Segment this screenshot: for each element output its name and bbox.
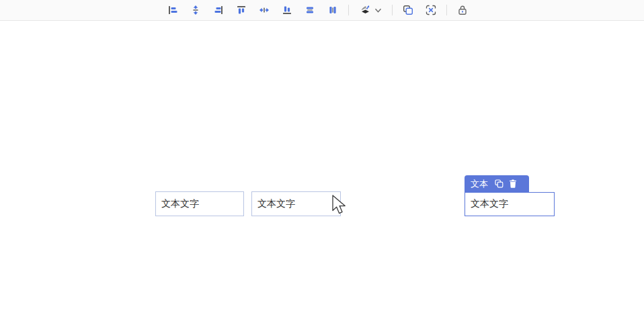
text-input-value: 文本文字 xyxy=(257,198,295,210)
duplicate-icon xyxy=(403,5,413,15)
designer-toolbar xyxy=(0,0,644,21)
text-input-value: 文本文字 xyxy=(161,198,199,210)
align-vertical-center-icon xyxy=(191,5,200,15)
form-designer-canvas: 文本文字 文本文字 文本 文本文字 xyxy=(0,0,644,323)
duplicate-button[interactable] xyxy=(397,1,419,19)
align-vertical-center-button[interactable] xyxy=(184,1,207,19)
clear-selection-icon xyxy=(426,5,436,15)
align-horizontal-center-icon xyxy=(259,5,269,15)
selection-tag-label: 文本 xyxy=(471,178,488,190)
align-right-button[interactable] xyxy=(207,1,230,19)
text-input-widget[interactable]: 文本文字 xyxy=(251,191,341,216)
align-top-icon xyxy=(237,5,246,15)
trash-icon xyxy=(509,179,517,188)
distribute-vertical-spacing-button[interactable] xyxy=(298,1,321,19)
copy-widget-button[interactable] xyxy=(494,179,504,189)
chevron-down-icon xyxy=(374,7,382,14)
distribute-horizontal-spacing-button[interactable] xyxy=(321,1,344,19)
toolbar-separator xyxy=(446,5,447,15)
copy-icon xyxy=(495,179,504,188)
align-left-icon xyxy=(168,5,177,15)
align-horizontal-center-button[interactable] xyxy=(253,1,276,19)
align-bottom-button[interactable] xyxy=(276,1,298,19)
text-input-widget[interactable]: 文本文字 xyxy=(155,191,244,216)
distribute-vertical-spacing-icon xyxy=(305,5,315,15)
toolbar-separator xyxy=(348,5,349,15)
clear-selection-button[interactable] xyxy=(419,1,442,19)
layer-order-button[interactable] xyxy=(353,1,388,19)
toolbar-separator xyxy=(392,5,393,15)
align-top-button[interactable] xyxy=(230,1,253,19)
delete-widget-button[interactable] xyxy=(508,179,518,189)
distribute-horizontal-spacing-icon xyxy=(328,5,337,15)
layer-order-icon xyxy=(360,5,371,16)
align-bottom-icon xyxy=(282,5,292,15)
lock-icon xyxy=(457,5,468,15)
text-input-value: 文本文字 xyxy=(471,198,508,210)
lock-button[interactable] xyxy=(451,1,474,19)
selection-tag: 文本 xyxy=(465,175,529,192)
align-left-button[interactable] xyxy=(161,1,184,19)
align-right-icon xyxy=(214,5,223,15)
text-input-widget-selected[interactable]: 文本文字 xyxy=(465,192,555,216)
